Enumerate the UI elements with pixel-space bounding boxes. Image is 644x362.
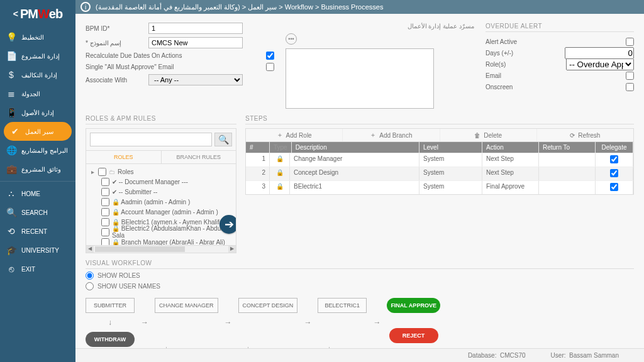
- status-bar: Database: CMCS70 User: Bassam Samman: [75, 348, 644, 362]
- role-checkbox[interactable]: [101, 178, 109, 186]
- delegate-checkbox[interactable]: [610, 155, 618, 163]
- node-reject[interactable]: REJECT: [389, 328, 438, 343]
- alert-onscreen-checkbox[interactable]: [626, 83, 634, 91]
- tree-caret-icon[interactable]: ▸: [90, 168, 96, 175]
- recalc-label: Recalculate Due Dates On Actions: [86, 52, 218, 59]
- info-icon[interactable]: i: [80, 2, 91, 12]
- roles-search-button[interactable]: 🔍: [214, 133, 232, 146]
- table-row[interactable]: 1🔒Change ManagerSystemNext Step: [246, 153, 633, 167]
- scroll-right-icon[interactable]: ▶: [228, 246, 236, 253]
- role-checkbox[interactable]: [101, 228, 109, 236]
- flow-canvas[interactable]: [286, 48, 434, 109]
- role-item[interactable]: 🔒 BElectric2 (AbdulsalamKhan - Abdul Sal…: [101, 227, 232, 237]
- sidebar-item-2[interactable]: $إدارة التكاليف: [0, 65, 75, 84]
- sidebar-bottom-exit[interactable]: ⎋EXIT: [0, 260, 75, 278]
- alert-email-checkbox[interactable]: [626, 72, 634, 80]
- node-withdraw[interactable]: WITHDRAW: [86, 332, 135, 347]
- sidebar-bottom-university[interactable]: 🎓UNIVERSITY: [0, 241, 75, 260]
- folder-icon: 🗀: [109, 168, 115, 175]
- role-label: 🔒 BElectric1 (aymen.k - Aymen Khalifa): [112, 219, 225, 226]
- node-belectric1[interactable]: BELECTRIC1: [318, 298, 367, 313]
- bpm-id-input[interactable]: [148, 23, 243, 34]
- col-number[interactable]: #: [246, 142, 270, 153]
- nav-label: سير العمل: [25, 128, 53, 135]
- sidebar-item-4[interactable]: 📱إدارة الأصول: [0, 103, 75, 122]
- workflow-diagram: SUBMITTER ↓ WITHDRAW → CHANGE MANAGER → …: [86, 298, 634, 347]
- col-return[interactable]: Return To: [539, 142, 596, 153]
- col-delegate[interactable]: Delegate: [596, 142, 633, 153]
- col-description[interactable]: Description: [292, 142, 419, 153]
- overdue-title: OVERDUE ALERT: [486, 23, 634, 32]
- arrow-right-icon: →: [141, 318, 148, 327]
- role-checkbox[interactable]: [101, 218, 109, 226]
- sidebar-item-3[interactable]: ≣الجدولة: [0, 84, 75, 103]
- scroll-thumb[interactable]: [95, 246, 185, 252]
- alert-onscreen-label: Onscreen: [486, 84, 555, 90]
- node-submitter[interactable]: SUBMITTER: [86, 298, 135, 313]
- nav-label: HOME: [21, 190, 40, 197]
- alert-days-input[interactable]: [565, 47, 634, 59]
- associate-select[interactable]: -- Any --: [148, 74, 243, 85]
- alert-roles-select[interactable]: -- Overdue Approver --: [566, 58, 634, 70]
- tab-roles[interactable]: ROLES: [86, 151, 162, 163]
- nav-icon: 💼: [6, 164, 16, 174]
- node-change-manager[interactable]: CHANGE MANAGER: [155, 298, 218, 313]
- role-item[interactable]: 🔒 Aadmin (admin - Admin ): [101, 197, 232, 207]
- arrow-down-icon: ↓: [108, 318, 112, 327]
- roles-search-input[interactable]: [90, 133, 212, 146]
- name-input[interactable]: [148, 37, 243, 48]
- nav-label: إدارة الأصول: [21, 109, 54, 116]
- role-item[interactable]: 🔒 Account Manager (admin - Admin ): [101, 207, 232, 217]
- col-type[interactable]: Type: [270, 142, 292, 153]
- col-level[interactable]: Level: [419, 142, 482, 153]
- show-users-radio[interactable]: SHOW USER NAMES: [86, 282, 634, 290]
- sidebar-bottom-search[interactable]: 🔍SEARCH: [0, 203, 75, 222]
- ellipsis-icon[interactable]: •••: [286, 33, 297, 45]
- sidebar-item-7[interactable]: 💼وثائق المشروع: [0, 160, 75, 178]
- role-checkbox[interactable]: [101, 198, 109, 206]
- tab-branch-rules[interactable]: BRANCH RULES: [162, 151, 236, 163]
- role-checkbox[interactable]: [101, 238, 109, 246]
- single-approve-checkbox[interactable]: [266, 63, 274, 71]
- role-checkbox[interactable]: [101, 208, 109, 216]
- single-approve-label: Single "All Must Approve" Email: [86, 63, 218, 70]
- tree-root-checkbox[interactable]: [98, 168, 106, 176]
- nav-icon: ⎋: [6, 264, 16, 274]
- name-label: إسم النموذج *: [86, 40, 145, 47]
- nav-label: وثائق المشروع: [21, 166, 61, 173]
- col-action[interactable]: Action: [482, 142, 539, 153]
- sidebar-bottom-home[interactable]: ⛬HOME: [0, 184, 75, 203]
- arrow-right-icon: ➔: [225, 217, 234, 231]
- role-item[interactable]: ✔ -- Document Manager ---: [101, 177, 232, 187]
- sidebar-item-1[interactable]: 📄إدارة المشروع: [0, 47, 75, 65]
- table-row[interactable]: 2🔒Concept DesignSystemNext Step: [246, 167, 633, 180]
- scroll-left-icon[interactable]: ◀: [86, 246, 94, 253]
- recalc-checkbox[interactable]: [266, 52, 274, 60]
- role-item[interactable]: ✔ -- Submitter --: [101, 187, 232, 197]
- flow-panel-title: مسرّد عملية إدارة الأعمال: [286, 23, 474, 30]
- delete-button[interactable]: 🗑Delete: [440, 129, 537, 141]
- main: i (وكالة التعمير والمشاريع في أمانة العا…: [75, 0, 644, 362]
- alert-active-checkbox[interactable]: [626, 38, 634, 46]
- roles-tree[interactable]: ▸🗀Roles ✔ -- Document Manager --- ✔ -- S…: [86, 164, 236, 246]
- arrow-right-icon: →: [373, 318, 380, 327]
- sidebar-item-0[interactable]: 💡التخطيط: [0, 28, 75, 47]
- sidebar-item-6[interactable]: 🌐البرامج والمشاريع: [0, 141, 75, 160]
- refresh-button[interactable]: ⟳Refresh: [537, 129, 633, 141]
- roles-hscrollbar[interactable]: ◀ ▶: [86, 246, 236, 253]
- add-branch-button[interactable]: ＋Add Branch: [343, 129, 440, 141]
- sidebar-item-5[interactable]: ✔سير العمل: [4, 122, 72, 141]
- nav-icon: 📄: [6, 51, 16, 61]
- role-item[interactable]: 🔒 Branch Manager (AbrarAli - Abrar Ali): [101, 237, 232, 246]
- role-checkbox[interactable]: [101, 188, 109, 196]
- node-concept-design[interactable]: CONCEPT DESIGN: [238, 298, 298, 313]
- arrow-right-icon: →: [225, 318, 232, 327]
- delegate-checkbox[interactable]: [610, 169, 618, 177]
- move-right-fab[interactable]: ➔: [219, 215, 236, 234]
- sidebar-bottom-recent[interactable]: ⟲RECENT: [0, 222, 75, 241]
- node-final-approve[interactable]: FINAL APPROVE: [387, 298, 440, 313]
- table-row[interactable]: 3🔒BElectric1SystemFinal Approve: [246, 180, 633, 194]
- show-roles-radio[interactable]: SHOW ROLES: [86, 272, 634, 280]
- delegate-checkbox[interactable]: [610, 183, 618, 191]
- add-role-button[interactable]: ＋Add Role: [246, 129, 343, 141]
